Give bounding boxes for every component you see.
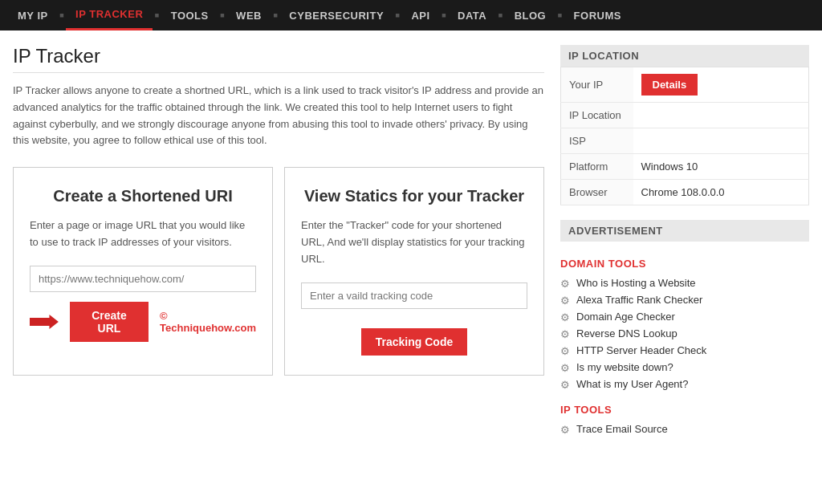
reverse-dns-link[interactable]: Reverse DNS Lookup (576, 327, 678, 339)
view-statics-description: Enter the "Tracker" code for your shorte… (301, 217, 527, 267)
nav-cybersecurity[interactable]: CYBERSECURITY (279, 0, 393, 30)
ip-location-row-platform: Platform Windows 10 (561, 154, 809, 180)
copyright-text: © Techniquehow.com (160, 310, 256, 334)
create-url-button[interactable]: Create URL (70, 302, 149, 342)
nav-tools[interactable]: TOOLS (161, 0, 218, 30)
ip-tools-title: IP TOOLS (560, 404, 809, 416)
nav-forums[interactable]: FORUMS (564, 0, 631, 30)
main-column: IP Tracker IP Tracker allows anyone to c… (13, 45, 544, 449)
ip-location-row-location: IP Location (561, 103, 809, 128)
sidebar: IP LOCATION Your IP Details IP Location … (560, 45, 809, 449)
nav-data[interactable]: DATA (448, 0, 496, 30)
nav-web[interactable]: WEB (226, 0, 271, 30)
list-item: ⚙ What is my User Agent? (560, 376, 809, 392)
nav-sep-1: ▪ (58, 7, 66, 24)
gear-icon: ⚙ (560, 424, 572, 435)
page-wrapper: IP Tracker IP Tracker allows anyone to c… (0, 30, 822, 463)
list-item: ⚙ Is my website down? (560, 359, 809, 376)
platform-value: Windows 10 (633, 154, 809, 180)
advertisement-title: ADVERTISEMENT (560, 220, 809, 242)
navbar: MY IP ▪ IP TRACKER ▪ TOOLS ▪ WEB ▪ CYBER… (0, 0, 822, 30)
nav-ip-tracker[interactable]: IP TRACKER (66, 0, 153, 30)
view-statics-title: View Statics for your Tracker (301, 185, 527, 206)
isp-value (633, 128, 809, 154)
nav-sep-8: ▪ (555, 7, 564, 24)
gear-icon: ⚙ (560, 345, 572, 356)
tracking-code-actions: Tracking Code (301, 328, 527, 356)
list-item: ⚙ Domain Age Checker (560, 308, 809, 325)
gear-icon: ⚙ (560, 278, 572, 289)
ip-tools-list: ⚙ Trace Email Source (560, 421, 809, 437)
tracking-code-input[interactable] (301, 282, 527, 309)
nav-blog[interactable]: BLOG (505, 0, 556, 30)
ip-location-row-browser: Browser Chrome 108.0.0.0 (561, 180, 809, 205)
create-uri-actions: Create URL © Techniquehow.com (30, 302, 256, 342)
ip-location-table: Your IP Details IP Location ISP Platform… (560, 67, 809, 205)
list-item: ⚙ Trace Email Source (560, 421, 809, 437)
your-ip-label: Your IP (561, 67, 633, 103)
nav-sep-4: ▪ (271, 7, 279, 24)
platform-label: Platform (561, 154, 633, 180)
nav-sep-5: ▪ (393, 7, 401, 24)
create-uri-title: Create a Shortened URI (30, 185, 256, 206)
user-agent-link[interactable]: What is my User Agent? (576, 378, 688, 390)
your-ip-value: Details (633, 67, 809, 103)
website-down-link[interactable]: Is my website down? (576, 361, 673, 373)
list-item: ⚙ HTTP Server Header Check (560, 342, 809, 359)
nav-sep-2: ▪ (153, 7, 161, 24)
page-title: IP Tracker (13, 45, 544, 73)
svg-marker-0 (30, 315, 59, 329)
create-uri-description: Enter a page or image URL that you would… (30, 217, 256, 251)
ip-location-label: IP Location (561, 103, 633, 128)
arrow-icon (30, 313, 59, 331)
list-item: ⚙ Who is Hosting a Website (560, 274, 809, 291)
page-description: IP Tracker allows anyone to create a sho… (13, 83, 544, 149)
nav-my-ip[interactable]: MY IP (8, 0, 58, 30)
http-header-link[interactable]: HTTP Server Header Check (576, 344, 706, 356)
nav-sep-3: ▪ (218, 7, 226, 24)
url-input[interactable]: https://www.techniquehow.com/ (30, 266, 256, 292)
browser-label: Browser (561, 180, 633, 205)
gear-icon: ⚙ (560, 295, 572, 306)
nav-sep-7: ▪ (496, 7, 504, 24)
create-uri-card: Create a Shortened URI Enter a page or i… (13, 167, 273, 376)
gear-icon: ⚙ (560, 362, 572, 373)
details-button[interactable]: Details (641, 74, 698, 96)
domain-age-link[interactable]: Domain Age Checker (576, 311, 675, 323)
nav-api[interactable]: API (401, 0, 439, 30)
nav-sep-6: ▪ (440, 7, 448, 24)
gear-icon: ⚙ (560, 379, 572, 390)
who-hosting-link[interactable]: Who is Hosting a Website (576, 277, 696, 289)
gear-icon: ⚙ (560, 311, 572, 323)
ip-location-value (633, 103, 809, 128)
cards-row: Create a Shortened URI Enter a page or i… (13, 167, 544, 376)
ip-location-row-isp: ISP (561, 128, 809, 154)
list-item: ⚙ Alexa Traffic Rank Checker (560, 291, 809, 308)
isp-label: ISP (561, 128, 633, 154)
domain-tools-list: ⚙ Who is Hosting a Website ⚙ Alexa Traff… (560, 274, 809, 392)
trace-email-link[interactable]: Trace Email Source (576, 423, 668, 435)
ip-location-row-your-ip: Your IP Details (561, 67, 809, 103)
gear-icon: ⚙ (560, 328, 572, 339)
browser-value: Chrome 108.0.0.0 (633, 180, 809, 205)
view-statics-card: View Statics for your Tracker Enter the … (284, 167, 544, 376)
list-item: ⚙ Reverse DNS Lookup (560, 325, 809, 342)
alexa-rank-link[interactable]: Alexa Traffic Rank Checker (576, 294, 702, 306)
tracking-code-button[interactable]: Tracking Code (361, 328, 467, 356)
domain-tools-title: DOMAIN TOOLS (560, 258, 809, 270)
ip-location-title: IP LOCATION (560, 45, 809, 67)
